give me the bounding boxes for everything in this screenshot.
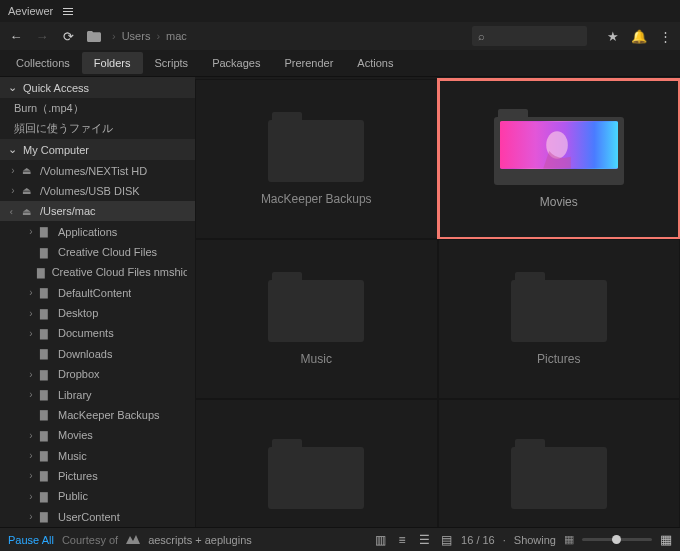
- back-button[interactable]: ←: [8, 29, 24, 44]
- folder-icon: [268, 112, 364, 182]
- sidebar-item[interactable]: 頻回に使うファイル: [0, 119, 195, 139]
- folder-cell[interactable]: Music: [195, 239, 438, 399]
- folder-icon: [268, 272, 364, 342]
- chevron-right-icon: ›: [26, 287, 36, 298]
- sidebar-child[interactable]: ›▇Music: [0, 445, 195, 465]
- chevron-right-icon: ›: [8, 185, 18, 196]
- tab-actions[interactable]: Actions: [345, 52, 405, 74]
- hamburger-icon[interactable]: [63, 8, 73, 15]
- search-input[interactable]: ⌕: [472, 26, 587, 46]
- chevron-right-icon: ›: [26, 491, 36, 502]
- sidebar-child[interactable]: ›▇Public: [0, 486, 195, 506]
- folder-icon: ▇: [40, 409, 54, 420]
- folder-icon: ▇: [40, 491, 54, 502]
- sidebar-child[interactable]: ▇Creative Cloud Files nmshiocch001@: [0, 262, 195, 282]
- search-field[interactable]: [489, 30, 581, 42]
- sidebar-item[interactable]: Burn（.mp4）: [0, 98, 195, 118]
- folder-icon: [511, 272, 607, 342]
- view-thumbnails-button[interactable]: ▥: [373, 533, 387, 547]
- chevron-right-icon: ›: [26, 470, 36, 481]
- pause-all-link[interactable]: Pause All: [8, 534, 54, 546]
- folder-icon: ▇: [40, 287, 54, 298]
- folder-icon: ▇: [40, 328, 54, 339]
- chevron-right-icon: ›: [156, 30, 160, 42]
- grid-large-icon[interactable]: ▦: [660, 532, 672, 547]
- view-details-button[interactable]: ▤: [439, 533, 453, 547]
- chevron-down-icon: ⌄: [8, 143, 17, 156]
- view-tree-button[interactable]: ☰: [417, 533, 431, 547]
- drive-icon: ⏏: [22, 206, 36, 217]
- folder-icon: ▇: [40, 450, 54, 461]
- folder-cell[interactable]: [438, 399, 681, 527]
- folder-icon: ▇: [40, 226, 54, 237]
- chevron-right-icon: ›: [26, 226, 36, 237]
- chevron-right-icon: ›: [26, 328, 36, 339]
- chevron-right-icon: ›: [26, 389, 36, 400]
- thumbnail-size-slider[interactable]: [582, 538, 652, 541]
- folder-icon: [511, 439, 607, 509]
- tab-collections[interactable]: Collections: [4, 52, 82, 74]
- folder-icon: [494, 109, 624, 185]
- sidebar-child[interactable]: ›▇Movies: [0, 425, 195, 445]
- sidebar-child[interactable]: ›▇Dropbox: [0, 364, 195, 384]
- folder-label: MacKeeper Backups: [261, 192, 372, 206]
- chevron-right-icon: ›: [112, 30, 116, 42]
- movie-thumbnail: [500, 121, 618, 169]
- folder-icon: ▇: [40, 430, 54, 441]
- bell-icon[interactable]: 🔔: [631, 29, 647, 44]
- tab-packages[interactable]: Packages: [200, 52, 272, 74]
- search-icon: ⌕: [478, 30, 485, 42]
- sidebar-child[interactable]: ›▇DefaultContent: [0, 283, 195, 303]
- showing-label: Showing: [514, 534, 556, 546]
- chevron-right-icon: ›: [26, 308, 36, 319]
- breadcrumb[interactable]: › Users › mac: [112, 30, 187, 42]
- sidebar-child[interactable]: ▇Downloads: [0, 344, 195, 364]
- folder-label: Movies: [540, 195, 578, 209]
- folder-cell[interactable]: Pictures: [438, 239, 681, 399]
- sidebar-child[interactable]: ›▇Pictures: [0, 466, 195, 486]
- sidebar-volume[interactable]: ›⏏/Volumes/USB DISK: [0, 181, 195, 201]
- view-list-button[interactable]: ≡: [395, 533, 409, 547]
- breadcrumb-leaf[interactable]: mac: [166, 30, 187, 42]
- more-icon[interactable]: ⋮: [659, 29, 672, 44]
- folder-label: Music: [301, 352, 332, 366]
- chevron-right-icon: ›: [26, 450, 36, 461]
- folder-label: Pictures: [537, 352, 580, 366]
- sidebar-child[interactable]: ›▇Library: [0, 384, 195, 404]
- courtesy-label: Courtesy of: [62, 534, 118, 546]
- star-icon[interactable]: ★: [607, 29, 619, 44]
- sidebar-user-path[interactable]: ⌄⏏/Users/mac: [0, 201, 195, 221]
- count-label: 16 / 16: [461, 534, 495, 546]
- sidebar-child[interactable]: ›▇Applications: [0, 221, 195, 241]
- folder-icon: ▇: [40, 389, 54, 400]
- tab-scripts[interactable]: Scripts: [143, 52, 201, 74]
- folder-cell[interactable]: Movies: [437, 78, 681, 240]
- folder-icon: ▇: [40, 369, 54, 380]
- chevron-right-icon: ›: [26, 369, 36, 380]
- my-computer-header[interactable]: ⌄My Computer: [0, 139, 195, 160]
- folder-icon: ▇: [40, 247, 54, 258]
- folder-icon: ▇: [40, 348, 54, 359]
- refresh-button[interactable]: ⟳: [60, 29, 76, 44]
- folder-cell[interactable]: [195, 399, 438, 527]
- folder-icon[interactable]: [86, 31, 102, 42]
- quick-access-header[interactable]: ⌄Quick Access: [0, 77, 195, 98]
- grid-small-icon[interactable]: ▦: [564, 533, 574, 546]
- sidebar-child[interactable]: ›▇Documents: [0, 323, 195, 343]
- tab-prerender[interactable]: Prerender: [272, 52, 345, 74]
- sidebar-child[interactable]: ›▇UserContent: [0, 507, 195, 527]
- folder-icon: ▇: [40, 470, 54, 481]
- breadcrumb-root[interactable]: Users: [122, 30, 151, 42]
- chevron-down-icon: ⌄: [8, 81, 17, 94]
- sidebar-volume[interactable]: ›⏏/Volumes/NEXTist HD: [0, 160, 195, 180]
- brand-label: aescripts + aeplugins: [148, 534, 252, 546]
- folder-cell[interactable]: MacKeeper Backups: [195, 79, 438, 239]
- sidebar-child[interactable]: ›▇Desktop: [0, 303, 195, 323]
- sidebar-child[interactable]: ▇Creative Cloud Files: [0, 242, 195, 262]
- sidebar-child[interactable]: ▇MacKeeper Backups: [0, 405, 195, 425]
- folder-icon: ▇: [37, 267, 47, 278]
- drive-icon: ⏏: [22, 165, 36, 176]
- tab-folders[interactable]: Folders: [82, 52, 143, 74]
- app-title: Aeviewer: [8, 5, 53, 17]
- forward-button[interactable]: →: [34, 29, 50, 44]
